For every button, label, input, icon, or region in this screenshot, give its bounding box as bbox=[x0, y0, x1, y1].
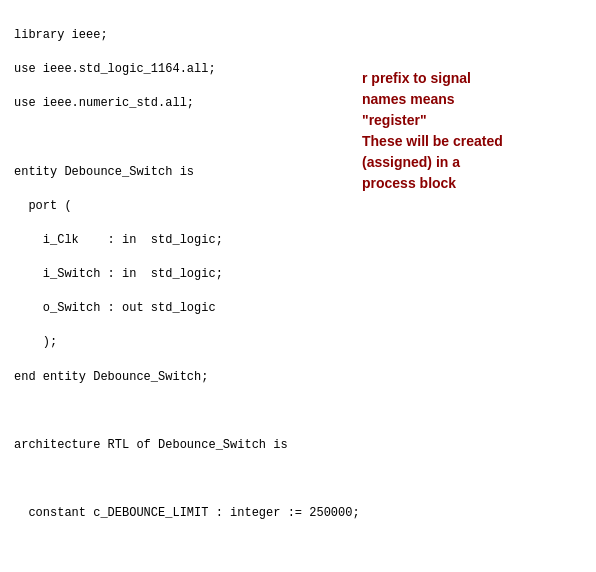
annotation-line5: (assigned) in a bbox=[362, 154, 460, 170]
code-line-1: library ieee; bbox=[14, 27, 582, 44]
code-line-15: constant c_DEBOUNCE_LIMIT : integer := 2… bbox=[14, 505, 582, 522]
annotation-box: r prefix to signal names means "register… bbox=[362, 68, 572, 194]
annotation-line1: r prefix to signal bbox=[362, 70, 471, 86]
annotation-line6: process block bbox=[362, 175, 456, 191]
code-line-10: ); bbox=[14, 334, 582, 351]
code-line-6: port ( bbox=[14, 198, 582, 215]
code-line-7: i_Clk : in std_logic; bbox=[14, 232, 582, 249]
code-line-14 bbox=[14, 471, 582, 488]
code-line-8: i_Switch : in std_logic; bbox=[14, 266, 582, 283]
code-line-12 bbox=[14, 403, 582, 420]
annotation-line3: "register" bbox=[362, 112, 427, 128]
annotation-line4: These will be created bbox=[362, 133, 503, 149]
main-container: r prefix to signal names means "register… bbox=[14, 10, 582, 572]
annotation-line2: names means bbox=[362, 91, 455, 107]
code-line-9: o_Switch : out std_logic bbox=[14, 300, 582, 317]
code-line-11: end entity Debounce_Switch; bbox=[14, 369, 582, 386]
code-line-13: architecture RTL of Debounce_Switch is bbox=[14, 437, 582, 454]
code-line-16 bbox=[14, 540, 582, 557]
